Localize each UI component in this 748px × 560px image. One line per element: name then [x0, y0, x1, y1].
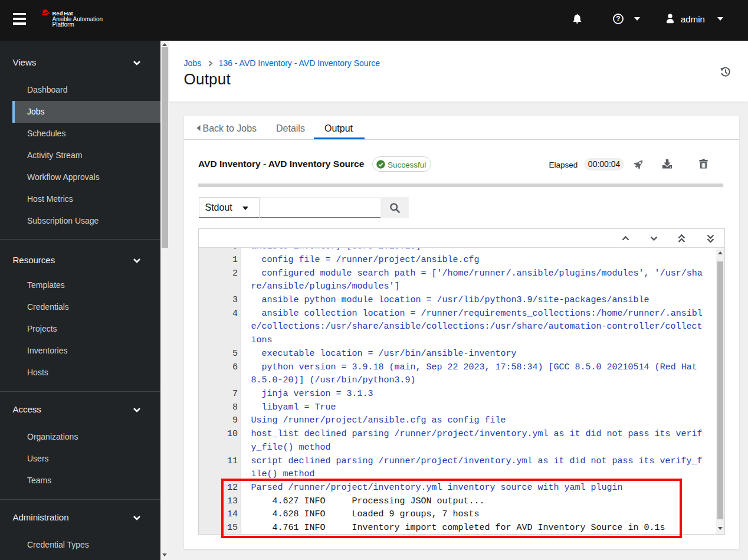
svg-text:?: ? — [616, 15, 620, 23]
